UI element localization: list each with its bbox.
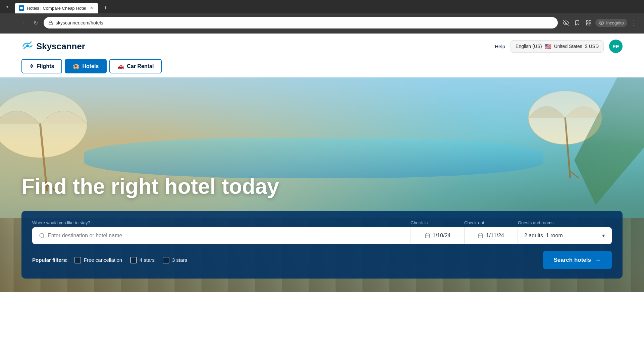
page-content: Skyscanner Help English (US) 🇺🇸 United S…	[0, 34, 644, 362]
svg-rect-20	[479, 234, 483, 238]
extension-icon[interactable]	[584, 18, 593, 27]
svg-line-14	[570, 171, 579, 178]
3-stars-label: 3 stars	[172, 257, 187, 263]
guests-field[interactable]: 2 adults, 1 room ▼	[518, 227, 612, 244]
header-right: Help English (US) 🇺🇸 United States $ USD…	[495, 40, 623, 53]
checkin-label: Check-in	[411, 220, 464, 225]
search-labels: Where would you like to stay? Check-in C…	[32, 220, 612, 225]
user-avatar[interactable]: EE	[609, 40, 623, 53]
tab-title: Hotels | Compare Cheap Hotel	[27, 6, 86, 11]
svg-rect-6	[586, 23, 588, 25]
eye-off-icon[interactable]	[561, 18, 571, 27]
more-options-button[interactable]: ⋮	[629, 17, 639, 28]
logo[interactable]: Skyscanner	[21, 40, 85, 52]
lock-icon	[48, 20, 53, 25]
incognito-button[interactable]: Incognito	[595, 19, 627, 27]
browser-chrome: ▼ Hotels | Compare Cheap Hotel ✕ + ← → ↻…	[0, 0, 644, 34]
locale-selector[interactable]: English (US) 🇺🇸 United States $ USD	[511, 40, 604, 53]
4-stars-checkbox[interactable]	[130, 257, 137, 263]
toolbar-icons: Incognito ⋮	[561, 17, 639, 28]
search-hotels-button[interactable]: Search hotels →	[543, 251, 612, 269]
forward-button[interactable]: →	[18, 18, 28, 27]
svg-rect-4	[589, 20, 591, 22]
tab-hotels[interactable]: 🏨 Hotels	[65, 59, 107, 73]
hero-title: Find the right hotel today	[21, 175, 279, 198]
address-bar[interactable]: skyscanner.com/hotels	[44, 17, 558, 28]
logo-text: Skyscanner	[36, 41, 85, 52]
3-stars-checkbox[interactable]	[163, 257, 169, 263]
help-link[interactable]: Help	[495, 44, 505, 49]
locale-language: English (US)	[516, 44, 542, 49]
popular-filters-label: Popular filters:	[32, 257, 68, 263]
destination-field[interactable]	[32, 227, 411, 244]
search-button-label: Search hotels	[554, 257, 591, 263]
incognito-icon	[599, 20, 604, 25]
car-rental-icon: 🚗	[117, 63, 124, 69]
tab-car-rental[interactable]: 🚗 Car Rental	[109, 59, 162, 73]
checkin-field[interactable]: 1/10/24	[411, 227, 464, 244]
tab-favicon	[19, 5, 24, 11]
browser-toolbar: ← → ↻ skyscanner.com/hotels Incognito ⋮	[0, 13, 644, 32]
free-cancellation-label: Free cancellation	[84, 257, 122, 263]
tab-flights[interactable]: ✈ Flights	[21, 59, 62, 73]
search-icon	[39, 233, 45, 239]
search-row: 1/10/24 1/11/24 2 adults, 1 room ▼	[32, 227, 612, 244]
avatar-initials: EE	[612, 44, 619, 49]
hotels-label: Hotels	[82, 63, 99, 69]
search-box: Where would you like to stay? Check-in C…	[21, 211, 623, 279]
destination-label: Where would you like to stay?	[32, 220, 411, 225]
checkout-value: 1/11/24	[486, 233, 504, 239]
filter-4-stars[interactable]: 4 stars	[130, 257, 155, 263]
sky-gradient	[0, 77, 644, 144]
guests-label: Guests and rooms	[518, 220, 612, 225]
hotels-icon: 🏨	[73, 63, 79, 69]
incognito-label: Incognito	[606, 20, 624, 25]
svg-rect-3	[586, 20, 588, 22]
filter-3-stars[interactable]: 3 stars	[163, 257, 187, 263]
svg-point-15	[40, 233, 44, 237]
new-tab-button[interactable]: +	[101, 3, 110, 13]
active-tab[interactable]: Hotels | Compare Cheap Hotel ✕	[15, 3, 98, 13]
free-cancellation-checkbox[interactable]	[74, 257, 81, 263]
nav-tabs: ✈ Flights 🏨 Hotels 🚗 Car Rental	[0, 59, 644, 77]
arrow-right-icon: →	[594, 256, 601, 264]
locale-currency: $ USD	[585, 44, 599, 49]
filters-row: Popular filters: Free cancellation 4 sta…	[32, 251, 612, 269]
flag-icon: 🇺🇸	[545, 43, 551, 50]
flights-label: Flights	[37, 63, 54, 69]
site-header: Skyscanner Help English (US) 🇺🇸 United S…	[0, 34, 644, 59]
bookmark-icon[interactable]	[573, 18, 582, 27]
checkout-label: Check-out	[464, 220, 518, 225]
svg-point-7	[601, 22, 602, 23]
tab-close-button[interactable]: ✕	[89, 5, 94, 11]
flights-icon: ✈	[30, 63, 34, 69]
destination-input[interactable]	[48, 233, 404, 239]
chevron-down-icon: ▼	[601, 233, 606, 238]
svg-point-8	[26, 45, 29, 47]
svg-rect-5	[589, 23, 591, 25]
filter-free-cancellation[interactable]: Free cancellation	[74, 257, 122, 263]
calendar-icon-checkout	[478, 233, 483, 238]
url-text: skyscanner.com/hotels	[56, 20, 553, 25]
svg-rect-16	[425, 234, 429, 238]
back-button[interactable]: ←	[5, 18, 15, 27]
reload-button[interactable]: ↻	[31, 18, 40, 27]
hero-section: Find the right hotel today Where would y…	[0, 77, 644, 292]
checkin-value: 1/10/24	[433, 233, 450, 239]
tab-bar: ▼ Hotels | Compare Cheap Hotel ✕ +	[0, 0, 644, 13]
calendar-icon	[425, 233, 430, 238]
guests-value: 2 adults, 1 room	[524, 233, 563, 239]
locale-country: United States	[554, 44, 582, 49]
svg-rect-1	[49, 22, 53, 24]
checkout-field[interactable]: 1/11/24	[464, 227, 518, 244]
4-stars-label: 4 stars	[140, 257, 155, 263]
tab-list-arrow[interactable]: ▼	[3, 2, 12, 11]
car-rental-label: Car Rental	[127, 63, 154, 69]
skyscanner-logo-icon	[21, 40, 34, 52]
